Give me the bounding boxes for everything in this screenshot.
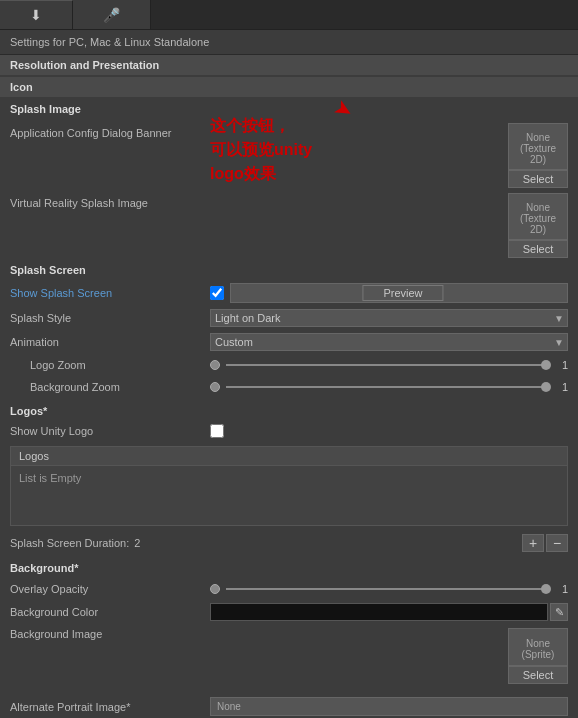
annotation-text: 这个按钮， 可以预览unity logo效果 (210, 114, 312, 186)
bg-zoom-thumb[interactable] (541, 382, 551, 392)
splash-style-select[interactable]: Light on Dark (210, 309, 568, 327)
logo-zoom-track[interactable] (226, 364, 546, 366)
vr-splash-label: Virtual Reality Splash Image (10, 193, 210, 209)
logo-zoom-label: Logo Zoom (10, 359, 210, 371)
show-splash-checkbox[interactable] (210, 286, 224, 300)
annotation-overlay: 这个按钮， 可以预览unity logo效果 ➤ (210, 114, 312, 186)
logo-zoom-row: Logo Zoom 1 (0, 354, 578, 376)
show-unity-value (210, 424, 568, 438)
alt-portrait-row: Alternate Portrait Image* None (0, 694, 578, 718)
download-icon: ⬇ (30, 7, 42, 23)
vr-splash-texture-preview: None (Texture 2D) (508, 193, 568, 240)
mic-icon: 🎤 (103, 7, 120, 23)
app-config-label: Application Config Dialog Banner (10, 123, 210, 139)
bg-image-texture: None (Sprite) Select (508, 628, 568, 684)
animation-label: Animation (10, 336, 210, 348)
show-splash-label[interactable]: Show Splash Screen (10, 287, 210, 299)
logos-section-header: Logos* (0, 398, 578, 420)
splash-style-label: Splash Style (10, 312, 210, 324)
logos-list-header: Logos (10, 446, 568, 466)
tab-audio[interactable]: 🎤 (73, 0, 151, 29)
show-splash-value: Preview (210, 283, 568, 303)
bg-zoom-value: 1 (552, 381, 568, 393)
overlay-opacity-row: Overlay Opacity 1 (0, 578, 578, 600)
overlay-opacity-slider: 1 (210, 583, 568, 595)
animation-value: Custom ▼ (210, 333, 568, 351)
vr-splash-select-btn[interactable]: Select (508, 240, 568, 258)
section-resolution: Resolution and Presentation (0, 55, 578, 75)
show-splash-screen-row: Show Splash Screen Preview (0, 280, 578, 306)
logo-zoom-fill (226, 364, 546, 366)
logos-section: Logos List is Empty (10, 446, 568, 526)
bg-zoom-slider-row: 1 (210, 381, 568, 393)
bg-image-row: Background Image None (Sprite) Select (0, 624, 578, 694)
overlay-opacity-label: Overlay Opacity (10, 583, 210, 595)
vr-splash-row: Virtual Reality Splash Image None (Textu… (0, 189, 578, 254)
list-controls: + − (522, 534, 568, 552)
splash-style-value: Light on Dark ▼ (210, 309, 568, 327)
remove-logo-btn[interactable]: − (546, 534, 568, 552)
alt-portrait-texture: None (210, 697, 568, 716)
bg-zoom-slider: 1 (210, 381, 568, 393)
bg-color-edit-btn[interactable]: ✎ (550, 603, 568, 621)
logo-zoom-thumb[interactable] (541, 360, 551, 370)
bg-image-texture-preview: None (Sprite) (508, 628, 568, 666)
add-logo-btn[interactable]: + (522, 534, 544, 552)
logo-zoom-slider: 1 (210, 359, 568, 371)
background-label: Background* (10, 562, 78, 574)
overlay-opacity-dot (210, 584, 220, 594)
section-icon: Icon (0, 77, 578, 97)
app-config-texture-preview: None (Texture 2D) (508, 123, 568, 170)
logos-label: Logos* (10, 405, 47, 417)
logo-zoom-slider-dot (210, 360, 220, 370)
settings-header: Settings for PC, Mac & Linux Standalone (0, 30, 578, 55)
bg-zoom-track[interactable] (226, 386, 546, 388)
alt-portrait-value: None (210, 697, 568, 716)
preview-bar: Preview (230, 283, 568, 303)
bg-image-select-btn[interactable]: Select (508, 666, 568, 684)
app-config-select-btn[interactable]: Select (508, 170, 568, 188)
animation-select[interactable]: Custom (210, 333, 568, 351)
app-config-texture: None (Texture 2D) Select (508, 123, 568, 188)
logos-list: List is Empty (10, 466, 568, 526)
show-unity-checkbox[interactable] (210, 424, 224, 438)
tab-standalone[interactable]: ⬇ (0, 0, 73, 29)
alt-portrait-label: Alternate Portrait Image* (10, 701, 210, 713)
overlay-opacity-track[interactable] (226, 588, 546, 590)
bg-color-value: ✎ (210, 603, 568, 621)
section-splash-screen: Splash Screen (0, 258, 578, 280)
bg-color-row: Background Color ✎ (0, 600, 578, 624)
vr-splash-texture: None (Texture 2D) Select (508, 193, 568, 258)
splash-duration-label: Splash Screen Duration: 2 (10, 537, 140, 549)
bg-color-label: Background Color (10, 606, 210, 618)
show-unity-row: Show Unity Logo (0, 420, 578, 442)
bg-zoom-fill (226, 386, 546, 388)
show-unity-label: Show Unity Logo (10, 425, 210, 437)
preview-btn[interactable]: Preview (362, 285, 443, 301)
overlay-opacity-slider-row: 1 (210, 583, 568, 595)
background-section-header: Background* (0, 556, 578, 578)
bg-zoom-slider-dot (210, 382, 220, 392)
bg-color-field[interactable] (210, 603, 548, 621)
animation-row: Animation Custom ▼ (0, 330, 578, 354)
overlay-opacity-value: 1 (552, 583, 568, 595)
splash-style-row: Splash Style Light on Dark ▼ (0, 306, 578, 330)
bg-zoom-row: Background Zoom 1 (0, 376, 578, 398)
overlay-opacity-fill (226, 588, 546, 590)
bg-image-label: Background Image (10, 628, 210, 640)
overlay-opacity-thumb[interactable] (541, 584, 551, 594)
logo-zoom-value: 1 (552, 359, 568, 371)
app-config-row: Application Config Dialog Banner 这个按钮， 可… (0, 119, 578, 189)
splash-duration-row: Splash Screen Duration: 2 + − (0, 530, 578, 556)
bg-zoom-label: Background Zoom (10, 381, 210, 393)
logo-zoom-slider-row: 1 (210, 359, 568, 371)
tab-bar: ⬇ 🎤 (0, 0, 578, 30)
